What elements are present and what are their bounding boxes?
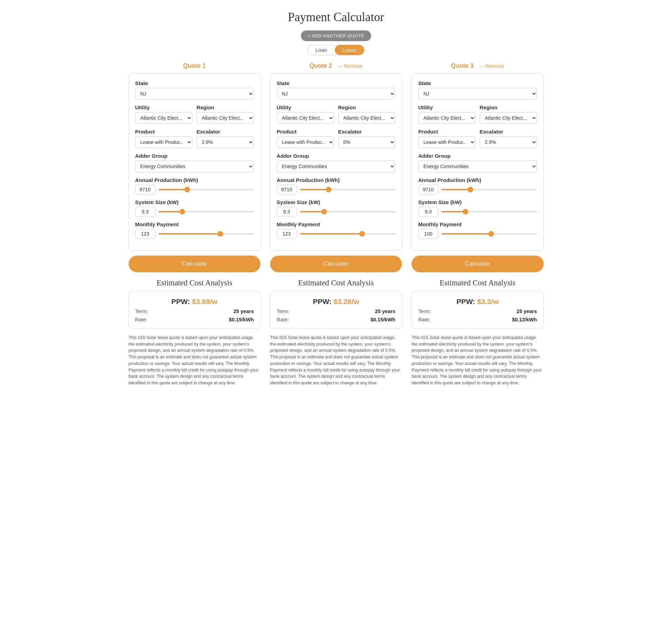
adder-select-1[interactable]: Energy Communities — [135, 161, 254, 172]
product-escalator-row-3: Product Lease with Produc... Escalator 2… — [418, 129, 537, 153]
adder-select-2[interactable]: Energy Communities — [277, 161, 395, 172]
monthly-payment-track-1[interactable] — [159, 233, 254, 235]
term-label-1: Term: — [135, 309, 148, 314]
region-select-3[interactable]: Atlantic City Elect... — [480, 112, 537, 124]
top-controls: + ADD ANOTHER QUOTE Loan Lease — [7, 30, 665, 55]
system-size-group-2: System Size (kW) 9.3 — [277, 199, 395, 217]
analysis-title-2: Estimated Cost Analysis — [270, 278, 402, 287]
annual-production-track-1[interactable] — [159, 189, 254, 190]
calculate-button-1[interactable]: Calculate — [129, 256, 260, 272]
quote-title-2: Quote 2 — [310, 62, 332, 70]
system-size-label-3: System Size (kW) — [418, 199, 537, 205]
ppw-row-2: PPW: $3.28/w — [277, 297, 395, 306]
product-label-2: Product — [277, 129, 334, 135]
annual-production-label-3: Annual Production (kWh) — [418, 177, 537, 183]
disclaimer-3: This IGS Solar lease quote is based upon… — [412, 335, 543, 386]
annual-production-slider-row-2: 9710 — [277, 185, 395, 194]
rate-row-3: Rate: $0.12/kWh — [418, 317, 537, 322]
calculate-button-3[interactable]: Calculate — [412, 256, 543, 272]
term-label-2: Term: — [277, 309, 289, 314]
annual-production-value-3: 9710 — [418, 185, 438, 194]
system-size-slider-row-2: 9.3 — [277, 207, 395, 217]
disclaimer-1: This IGS Solar lease quote is based upon… — [129, 335, 260, 386]
ppw-value-1: $3.69/w — [192, 297, 218, 305]
escalator-select-1[interactable]: 2.9% — [196, 136, 254, 148]
state-select-2[interactable]: NJ — [277, 88, 395, 100]
annual-production-track-2[interactable] — [300, 189, 395, 190]
region-select-2[interactable]: Atlantic City Elect... — [338, 112, 396, 124]
system-size-track-2[interactable] — [300, 211, 395, 212]
analysis-card-2: PPW: $3.28/w Term: 25 years Rate: $0.15/… — [270, 291, 402, 329]
monthly-payment-track-3[interactable] — [442, 233, 537, 235]
utility-label-3: Utility — [418, 104, 476, 110]
rate-value-3: $0.12/kWh — [512, 317, 537, 322]
utility-label-2: Utility — [277, 104, 334, 110]
adder-group-1: Adder Group Energy Communities — [135, 153, 254, 172]
tab-lease[interactable]: Lease — [335, 45, 364, 55]
utility-group-1: Utility Atlantic City Elect... — [135, 104, 193, 124]
utility-group-3: Utility Atlantic City Elect... — [418, 104, 476, 124]
utility-region-row-3: Utility Atlantic City Elect... Region At… — [418, 104, 537, 129]
ppw-label-1: PPW: — [171, 297, 192, 305]
state-select-3[interactable]: NJ — [418, 88, 537, 100]
term-label-3: Term: — [418, 309, 431, 314]
quote-header-1: Quote 1 — [129, 62, 260, 70]
system-size-group-3: System Size (kW) 9.3 — [418, 199, 537, 217]
term-value-1: 25 years — [233, 309, 254, 314]
state-label-2: State — [277, 80, 395, 86]
adder-select-3[interactable]: Energy Communities — [418, 161, 537, 172]
product-escalator-row-2: Product Lease with Produc... Escalator 0… — [277, 129, 395, 153]
adder-group-2: Adder Group Energy Communities — [277, 153, 395, 172]
rate-row-1: Rate: $0.15/kWh — [135, 317, 254, 322]
product-select-3[interactable]: Lease with Produc... — [418, 136, 476, 148]
utility-group-2: Utility Atlantic City Elect... — [277, 104, 334, 124]
product-label-3: Product — [418, 129, 476, 135]
system-size-label-2: System Size (kW) — [277, 199, 395, 205]
ppw-label-2: PPW: — [313, 297, 334, 305]
term-row-3: Term: 25 years — [418, 309, 537, 314]
quote-column-1: Quote 1 State NJ Utility Atlantic City E… — [129, 62, 260, 386]
monthly-payment-track-2[interactable] — [300, 233, 395, 235]
utility-select-2[interactable]: Atlantic City Elect... — [277, 112, 334, 124]
utility-select-3[interactable]: Atlantic City Elect... — [418, 112, 476, 124]
analysis-card-1: PPW: $3.69/w Term: 25 years Rate: $0.15/… — [129, 291, 260, 329]
adder-label-2: Adder Group — [277, 153, 395, 159]
disclaimer-2: This IGS Solar lease quote is based upon… — [270, 335, 402, 386]
rate-label-2: Rate: — [277, 317, 289, 322]
product-select-1[interactable]: Lease with Produc... — [135, 136, 193, 148]
ppw-row-3: PPW: $3.3/w — [418, 297, 537, 306]
utility-select-1[interactable]: Atlantic City Elect... — [135, 112, 193, 124]
state-select-1[interactable]: NJ — [135, 88, 254, 100]
system-size-slider-row-3: 9.3 — [418, 207, 537, 217]
system-size-value-3: 9.3 — [418, 207, 438, 217]
escalator-label-1: Escalator — [196, 129, 254, 135]
calculate-button-2[interactable]: Calculate — [270, 256, 402, 272]
monthly-payment-value-3: 100 — [418, 229, 438, 239]
state-group-1: State NJ — [135, 80, 254, 100]
state-group-2: State NJ — [277, 80, 395, 100]
system-size-track-3[interactable] — [442, 211, 537, 212]
quote-card-3: State NJ Utility Atlantic City Elect... … — [412, 73, 543, 251]
region-select-1[interactable]: Atlantic City Elect... — [196, 112, 254, 124]
monthly-payment-label-1: Monthly Payment — [135, 221, 254, 227]
system-size-group-1: System Size (kW) 9.3 — [135, 199, 254, 217]
term-value-3: 25 years — [517, 309, 537, 314]
tab-loan[interactable]: Loan — [308, 45, 335, 55]
product-select-2[interactable]: Lease with Produc... — [277, 136, 334, 148]
escalator-select-3[interactable]: 2.9% — [480, 136, 537, 148]
remove-button-3[interactable]: — Remove — [479, 63, 504, 69]
utility-region-row-1: Utility Atlantic City Elect... Region At… — [135, 104, 254, 129]
adder-group-3: Adder Group Energy Communities — [418, 153, 537, 172]
annual-production-track-3[interactable] — [442, 189, 537, 190]
quote-card-2: State NJ Utility Atlantic City Elect... … — [270, 73, 402, 251]
term-row-2: Term: 25 years — [277, 309, 395, 314]
ppw-row-1: PPW: $3.69/w — [135, 297, 254, 306]
escalator-select-2[interactable]: 0% — [338, 136, 396, 148]
remove-button-2[interactable]: — Remove — [338, 63, 362, 69]
region-group-2: Region Atlantic City Elect... — [338, 104, 396, 124]
monthly-payment-group-2: Monthly Payment 123 — [277, 221, 395, 239]
add-quote-button[interactable]: + ADD ANOTHER QUOTE — [301, 30, 371, 41]
escalator-group-3: Escalator 2.9% — [480, 129, 537, 148]
quote-column-3: Quote 3 — Remove State NJ Utility Atlant… — [412, 62, 543, 386]
system-size-track-1[interactable] — [159, 211, 254, 212]
